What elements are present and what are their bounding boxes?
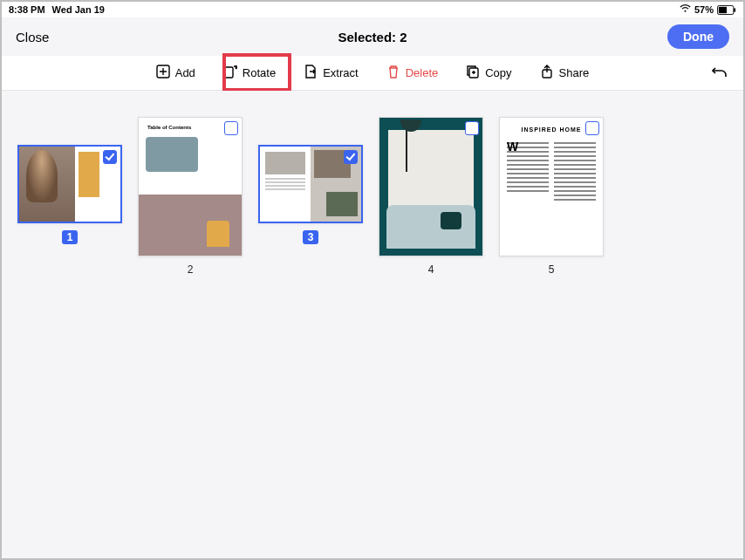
done-button[interactable]: Done <box>667 24 729 49</box>
add-icon <box>156 65 170 81</box>
page-item-2[interactable]: Table of Contents 2 <box>138 117 243 276</box>
svg-rect-4 <box>224 67 233 78</box>
copy-label: Copy <box>485 66 511 79</box>
share-icon <box>540 65 554 81</box>
rotate-button[interactable]: Rotate <box>215 59 284 86</box>
page-number-1: 1 <box>62 230 79 244</box>
thumbnail-1[interactable] <box>17 145 122 223</box>
page-number-2: 2 <box>188 263 194 276</box>
undo-button[interactable] <box>712 65 728 81</box>
add-label: Add <box>175 66 195 79</box>
page-number-4: 4 <box>428 263 434 276</box>
page-number-3: 3 <box>303 230 319 244</box>
thumbnail-4[interactable] <box>379 117 483 256</box>
status-date: Wed Jan 19 <box>52 4 105 15</box>
extract-label: Extract <box>323 66 358 79</box>
thumb5-title: INSPIRED HOME <box>507 126 596 133</box>
battery-percent: 57% <box>694 4 714 15</box>
checkbox-4[interactable] <box>465 121 479 135</box>
share-label: Share <box>559 66 590 79</box>
wifi-icon <box>680 4 691 15</box>
delete-button[interactable]: Delete <box>378 59 448 86</box>
extract-button[interactable]: Extract <box>295 59 366 86</box>
rotate-label: Rotate <box>243 66 276 79</box>
status-bar: 8:38 PM Wed Jan 19 57% <box>2 2 743 17</box>
checkbox-3[interactable] <box>344 150 358 164</box>
rotate-icon <box>223 65 237 81</box>
copy-button[interactable]: Copy <box>457 59 520 86</box>
copy-icon <box>466 65 480 81</box>
thumbnail-5[interactable]: INSPIRED HOME W <box>499 117 604 256</box>
thumbnail-grid: 1 Table of Contents 2 3 4 <box>2 91 743 558</box>
header: Close Selected: 2 Done <box>2 17 743 56</box>
svg-rect-2 <box>734 8 735 12</box>
delete-label: Delete <box>406 66 439 79</box>
checkbox-5[interactable] <box>585 121 599 135</box>
page-item-3[interactable]: 3 <box>258 145 363 244</box>
thumb2-toc-label: Table of Contents <box>147 125 191 130</box>
thumbnail-3[interactable] <box>258 145 363 223</box>
page-title: Selected: 2 <box>338 30 407 44</box>
page-number-5: 5 <box>549 263 555 276</box>
add-button[interactable]: Add <box>147 59 204 86</box>
battery-icon <box>717 5 736 15</box>
page-item-4[interactable]: 4 <box>379 117 483 276</box>
share-button[interactable]: Share <box>531 59 598 86</box>
trash-icon <box>386 65 400 81</box>
close-button[interactable]: Close <box>16 30 49 44</box>
extract-icon <box>304 65 318 81</box>
status-time: 8:38 PM <box>9 4 45 15</box>
checkbox-1[interactable] <box>103 150 117 164</box>
toolbar: Add Rotate Extract Delete Copy Share <box>2 56 743 91</box>
undo-icon <box>712 68 728 81</box>
checkbox-2[interactable] <box>224 121 238 135</box>
thumbnail-2[interactable]: Table of Contents <box>138 117 243 256</box>
svg-rect-1 <box>719 6 727 12</box>
page-item-1[interactable]: 1 <box>17 145 122 244</box>
page-item-5[interactable]: INSPIRED HOME W 5 <box>499 117 604 276</box>
